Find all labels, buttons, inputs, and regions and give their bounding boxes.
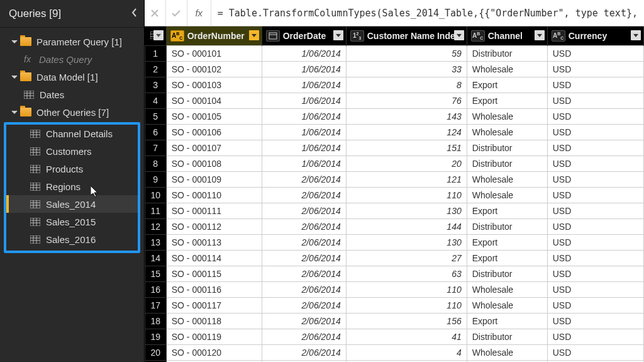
cell-ordernumber[interactable]: SO - 000105 [166,108,262,124]
cell-currency[interactable]: USD [547,281,643,297]
table-row[interactable]: 19SO - 0001192/06/201441DistributorUSD [145,329,643,344]
cell-customer-index[interactable]: 121 [346,171,467,187]
row-number[interactable]: 16 [145,281,166,297]
cell-currency[interactable]: USD [547,329,643,344]
cell-channel[interactable]: Distributor [467,329,547,344]
cell-orderdate[interactable]: 1/06/2014 [262,124,346,140]
cell-channel[interactable]: Export [467,250,547,266]
table-row[interactable]: 17SO - 0001172/06/2014110WholesaleUSD [145,297,643,313]
cell-ordernumber[interactable]: SO - 000111 [166,203,262,218]
table-row[interactable]: 6SO - 0001061/06/2014124WholesaleUSD [145,124,643,140]
cell-channel[interactable]: Wholesale [467,124,547,140]
row-number[interactable]: 12 [145,218,166,234]
cell-channel[interactable]: Wholesale [467,344,547,360]
column-filter-icon[interactable] [333,30,343,40]
query-item-products[interactable]: Products [6,160,138,178]
cell-customer-index[interactable]: 143 [346,108,467,124]
cell-customer-index[interactable]: 4 [346,344,467,360]
cell-customer-index[interactable]: 110 [346,297,467,313]
cell-channel[interactable]: Wholesale [467,187,547,203]
type-123-icon[interactable]: 123 [350,30,364,42]
row-number[interactable]: 5 [145,108,166,124]
table-row[interactable]: 8SO - 0001081/06/201420DistributorUSD [145,156,643,171]
cell-ordernumber[interactable]: SO - 000118 [166,313,262,329]
column-header-ordernumber[interactable]: ABCOrderNumber [166,26,262,45]
cell-orderdate[interactable]: 1/06/2014 [262,45,346,61]
cell-customer-index[interactable]: 20 [346,156,467,171]
cell-ordernumber[interactable]: SO - 000116 [166,281,262,297]
type-date-icon[interactable] [266,30,280,42]
cell-ordernumber[interactable]: SO - 000107 [166,140,262,156]
cell-channel[interactable]: Distributor [467,218,547,234]
row-number[interactable]: 20 [145,344,166,360]
cell-orderdate[interactable]: 1/06/2014 [262,93,346,108]
query-item-sales_2014[interactable]: Sales_2014 [6,195,138,213]
query-item-regions[interactable]: Regions [6,178,138,195]
cell-channel[interactable]: Wholesale [467,297,547,313]
row-number[interactable]: 10 [145,187,166,203]
table-row[interactable]: 18SO - 0001182/06/2014156ExportUSD [145,313,643,329]
cell-currency[interactable]: USD [547,250,643,266]
cell-orderdate[interactable]: 2/06/2014 [262,266,346,281]
cell-currency[interactable]: USD [547,171,643,187]
column-header-customer-name-index[interactable]: 123Customer Name Index [346,26,467,45]
collapse-sidebar-icon[interactable] [131,8,138,21]
cell-ordernumber[interactable]: SO - 000104 [166,93,262,108]
folder-data-model-1-[interactable]: Data Model [1] [0,68,144,86]
row-number[interactable]: 9 [145,171,166,187]
cell-orderdate[interactable]: 2/06/2014 [262,171,346,187]
query-item-dates-query[interactable]: fxDates Query [0,50,144,68]
cell-customer-index[interactable]: 130 [346,203,467,218]
cell-ordernumber[interactable]: SO - 000102 [166,61,262,77]
cell-currency[interactable]: USD [547,187,643,203]
cell-orderdate[interactable]: 2/06/2014 [262,281,346,297]
row-number[interactable]: 18 [145,313,166,329]
cell-currency[interactable]: USD [547,45,643,61]
table-row[interactable]: 20SO - 0001202/06/20144WholesaleUSD [145,344,643,360]
query-item-customers[interactable]: Customers [6,142,138,160]
cell-channel[interactable]: Wholesale [467,61,547,77]
cell-channel[interactable]: Wholesale [467,108,547,124]
cell-ordernumber[interactable]: SO - 000101 [166,45,262,61]
cell-currency[interactable]: USD [547,234,643,250]
cell-currency[interactable]: USD [547,218,643,234]
cell-ordernumber[interactable]: SO - 000120 [166,344,262,360]
query-item-dates[interactable]: Dates [0,86,144,103]
cell-ordernumber[interactable]: SO - 000110 [166,187,262,203]
cell-orderdate[interactable]: 1/06/2014 [262,156,346,171]
cell-orderdate[interactable]: 1/06/2014 [262,61,346,77]
cell-customer-index[interactable]: 76 [346,93,467,108]
type-abc-icon[interactable]: ABC [170,30,184,42]
row-number[interactable]: 6 [145,124,166,140]
column-filter-icon[interactable] [249,30,259,40]
cell-customer-index[interactable]: 59 [346,45,467,61]
cell-currency[interactable]: USD [547,203,643,218]
cell-channel[interactable]: Wholesale [467,171,547,187]
cell-orderdate[interactable]: 2/06/2014 [262,250,346,266]
cell-orderdate[interactable]: 2/06/2014 [262,234,346,250]
cell-customer-index[interactable]: 33 [346,61,467,77]
row-number[interactable]: 8 [145,156,166,171]
cell-currency[interactable]: USD [547,344,643,360]
row-number[interactable]: 17 [145,297,166,313]
cell-channel[interactable]: Distributor [467,45,547,61]
table-row[interactable]: 5SO - 0001051/06/2014143WholesaleUSD [145,108,643,124]
cell-orderdate[interactable]: 2/06/2014 [262,203,346,218]
cell-channel[interactable]: Export [467,203,547,218]
cell-orderdate[interactable]: 2/06/2014 [262,329,346,344]
cell-ordernumber[interactable]: SO - 000106 [166,124,262,140]
query-item-channel-details[interactable]: Channel Details [6,125,138,142]
column-filter-icon[interactable] [535,30,545,40]
column-header-currency[interactable]: ABCCurrency [547,26,643,45]
row-number[interactable]: 13 [145,234,166,250]
cell-customer-index[interactable]: 151 [346,140,467,156]
cell-orderdate[interactable]: 2/06/2014 [262,297,346,313]
cell-ordernumber[interactable]: SO - 000114 [166,250,262,266]
row-number[interactable]: 15 [145,266,166,281]
cell-currency[interactable]: USD [547,140,643,156]
cell-channel[interactable]: Export [467,77,547,93]
cell-ordernumber[interactable]: SO - 000108 [166,156,262,171]
folder-other-queries-7-[interactable]: Other Queries [7] [0,103,144,121]
folder-parameter-query-1-[interactable]: Parameter Query [1] [0,33,144,50]
cell-orderdate[interactable]: 2/06/2014 [262,218,346,234]
